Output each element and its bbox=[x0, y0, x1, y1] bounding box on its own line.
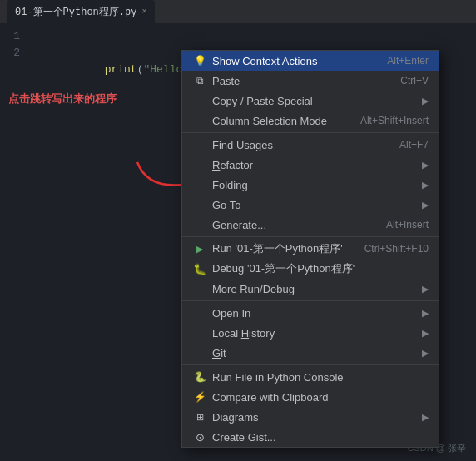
arrow-icon-refactor: ▶ bbox=[422, 160, 429, 171]
menu-item-refactor[interactable]: Refactor ▶ bbox=[182, 155, 439, 175]
menu-label-find-usages: Find Usages bbox=[212, 139, 383, 151]
menu-shortcut-paste: Ctrl+V bbox=[400, 75, 429, 87]
column-selection-icon bbox=[192, 113, 207, 128]
paste-icon: ⧉ bbox=[192, 73, 207, 88]
menu-item-open-in[interactable]: Open In ▶ bbox=[182, 303, 439, 323]
arrow-icon-folding: ▶ bbox=[422, 180, 429, 191]
annotation-text: 点击跳转写出来的程序 bbox=[8, 92, 117, 107]
code-line-1 bbox=[27, 28, 476, 45]
find-usages-icon bbox=[192, 137, 207, 152]
menu-item-show-context[interactable]: 💡 Show Context Actions Alt+Enter bbox=[182, 51, 439, 71]
menu-label-paste: Paste bbox=[212, 75, 384, 87]
arrow-icon-diagrams: ▶ bbox=[422, 412, 429, 423]
tab-close-button[interactable]: × bbox=[141, 7, 146, 17]
arrow-icon-more-run: ▶ bbox=[422, 284, 429, 295]
menu-label-create-gist: Create Gist... bbox=[212, 431, 429, 444]
editor-tab[interactable]: 01-第一个Python程序.py × bbox=[7, 0, 155, 23]
divider-1 bbox=[182, 132, 439, 133]
menu-label-local-history: Local History bbox=[212, 327, 417, 340]
local-history-icon bbox=[192, 325, 207, 340]
menu-item-column-selection[interactable]: Column Selection Mode Alt+Shift+Insert bbox=[182, 111, 439, 131]
github-icon: ⊙ bbox=[192, 429, 207, 444]
menu-item-copy-paste-special[interactable]: Copy / Paste Special ▶ bbox=[182, 91, 439, 111]
menu-item-create-gist[interactable]: ⊙ Create Gist... bbox=[182, 427, 439, 447]
menu-item-run[interactable]: ▶ Run '01-第一个Python程序' Ctrl+Shift+F10 bbox=[182, 239, 439, 259]
menu-shortcut-run: Ctrl+Shift+F10 bbox=[364, 243, 429, 255]
menu-shortcut-find-usages: Alt+F7 bbox=[399, 139, 429, 151]
menu-label-generate: Generate... bbox=[212, 219, 369, 231]
menu-item-debug[interactable]: 🐛 Debug '01-第一个Python程序' bbox=[182, 259, 439, 279]
editor-area: 01-第一个Python程序.py × 1 2 print("Hello Wor… bbox=[0, 0, 476, 461]
divider-3 bbox=[182, 300, 439, 301]
arrow-icon-copy-paste: ▶ bbox=[422, 96, 429, 107]
menu-item-git[interactable]: Git ▶ bbox=[182, 343, 439, 363]
git-icon bbox=[192, 345, 207, 360]
menu-label-run-python-console: Run File in Python Console bbox=[212, 371, 429, 384]
menu-item-compare-clipboard[interactable]: ⚡ Compare with Clipboard bbox=[182, 387, 439, 407]
menu-item-local-history[interactable]: Local History ▶ bbox=[182, 323, 439, 343]
menu-label-column-selection: Column Selection Mode bbox=[212, 115, 344, 127]
menu-item-paste[interactable]: ⧉ Paste Ctrl+V bbox=[182, 71, 439, 91]
divider-2 bbox=[182, 236, 439, 237]
compare-clipboard-icon: ⚡ bbox=[192, 389, 207, 404]
refactor-icon bbox=[192, 157, 207, 172]
open-in-icon bbox=[192, 305, 207, 320]
menu-item-find-usages[interactable]: Find Usages Alt+F7 bbox=[182, 135, 439, 155]
tab-bar: 01-第一个Python程序.py × bbox=[0, 0, 476, 23]
menu-label-git: Git bbox=[212, 347, 417, 359]
lightbulb-icon: 💡 bbox=[192, 53, 207, 68]
menu-label-diagrams: Diagrams bbox=[212, 411, 417, 424]
menu-label-show-context: Show Context Actions bbox=[212, 55, 370, 67]
menu-shortcut-show-context: Alt+Enter bbox=[387, 55, 429, 67]
menu-label-folding: Folding bbox=[212, 179, 417, 191]
python-console-icon: 🐍 bbox=[192, 369, 207, 384]
menu-label-debug: Debug '01-第一个Python程序' bbox=[212, 261, 429, 276]
menu-label-copy-paste-special: Copy / Paste Special bbox=[212, 95, 417, 107]
menu-label-goto: Go To bbox=[212, 199, 417, 211]
menu-item-diagrams[interactable]: ⊞ Diagrams ▶ bbox=[182, 407, 439, 427]
diagrams-icon: ⊞ bbox=[192, 409, 207, 424]
menu-item-more-run[interactable]: More Run/Debug ▶ bbox=[182, 279, 439, 299]
menu-item-folding[interactable]: Folding ▶ bbox=[182, 175, 439, 195]
menu-shortcut-generate: Alt+Insert bbox=[386, 219, 429, 230]
folding-icon bbox=[192, 177, 207, 192]
arrow-icon-git: ▶ bbox=[422, 348, 429, 359]
run-icon: ▶ bbox=[192, 241, 207, 256]
menu-label-more-run: More Run/Debug bbox=[212, 283, 417, 295]
menu-item-goto[interactable]: Go To ▶ bbox=[182, 195, 439, 215]
divider-4 bbox=[182, 364, 439, 365]
line-numbers: 1 2 bbox=[0, 28, 27, 95]
arrow-icon-goto: ▶ bbox=[422, 200, 429, 211]
menu-item-run-python-console[interactable]: 🐍 Run File in Python Console bbox=[182, 367, 439, 387]
menu-shortcut-column-selection: Alt+Shift+Insert bbox=[360, 115, 429, 126]
menu-label-open-in: Open In bbox=[212, 307, 417, 320]
goto-icon bbox=[192, 197, 207, 212]
menu-label-refactor: Refactor bbox=[212, 159, 417, 171]
menu-label-compare-clipboard: Compare with Clipboard bbox=[212, 391, 429, 404]
debug-icon: 🐛 bbox=[192, 261, 207, 276]
arrow-icon-local-history: ▶ bbox=[422, 328, 429, 339]
generate-icon bbox=[192, 217, 207, 232]
more-run-icon bbox=[192, 281, 207, 296]
keyword-print: print bbox=[105, 63, 137, 76]
copy-paste-special-icon bbox=[192, 93, 207, 108]
menu-item-generate[interactable]: Generate... Alt+Insert bbox=[182, 215, 439, 235]
arrow-icon-open-in: ▶ bbox=[422, 308, 429, 319]
tab-label: 01-第一个Python程序.py bbox=[15, 5, 136, 19]
context-menu: 💡 Show Context Actions Alt+Enter ⧉ Paste… bbox=[181, 50, 439, 448]
menu-label-run: Run '01-第一个Python程序' bbox=[212, 241, 348, 256]
